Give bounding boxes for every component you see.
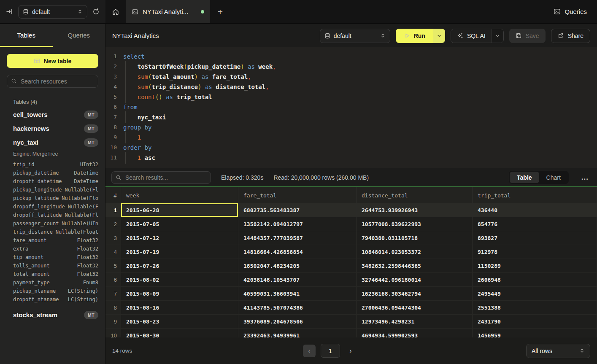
sql-ai-options-button[interactable] (492, 29, 503, 43)
table-cell[interactable]: 854776 (473, 217, 597, 231)
share-button[interactable]: Share (551, 29, 590, 43)
table-cell[interactable]: 2431790 (473, 315, 597, 328)
table-cell[interactable]: 39376089.204678506 (238, 315, 357, 328)
sidebar-tab-tables[interactable]: Tables (0, 24, 53, 47)
results-header-row: #weekfare_totaldistance_totaltrip_total (105, 187, 597, 203)
table-cell[interactable]: 4694934.599902593 (357, 329, 473, 337)
table-item[interactable]: hackernewsMT (13, 121, 98, 135)
sql-ai-button[interactable]: SQL AI (451, 29, 492, 43)
table-row[interactable]: 42015-07-1914816664.42685885410848014.02… (105, 245, 597, 259)
next-page-button[interactable]: › (345, 345, 356, 357)
column-item: dropoff_longitudeNullable(F (13, 202, 98, 211)
table-cell[interactable]: 436440 (473, 203, 597, 217)
run-options-button[interactable] (433, 29, 445, 43)
table-cell[interactable]: 32746442.096180014 (357, 273, 473, 286)
column-item: trip_idUInt32 (13, 160, 98, 169)
table-row[interactable]: 32015-07-1214484357.7770395877940380.031… (105, 231, 597, 245)
table-cell[interactable]: 42038148.10543707 (238, 273, 357, 286)
table-cell[interactable]: 2644753.939926943 (357, 203, 473, 217)
column-name: pickup_longitude (13, 187, 62, 193)
row-number: 2 (105, 217, 121, 231)
run-label: Run (414, 32, 425, 39)
table-cell[interactable]: 1456959 (473, 329, 597, 337)
table-cell[interactable]: 6802735.563483387 (238, 203, 357, 217)
table-cell[interactable]: 2495449 (473, 287, 597, 300)
sql-editor[interactable]: 1select2 toStartOfWeek(pickup_datetime) … (105, 47, 597, 168)
table-cell[interactable]: 1150289 (473, 259, 597, 272)
table-row[interactable]: 92015-08-2339376089.20467850612973496.42… (105, 315, 597, 329)
table-cell[interactable]: 2015-08-30 (121, 329, 238, 337)
save-icon (516, 32, 522, 39)
editor-line: 6from (105, 102, 597, 112)
table-cell[interactable]: 2015-06-28 (121, 203, 238, 217)
table-item[interactable]: stocks_streamMT (13, 308, 98, 322)
table-cell[interactable]: 10577008.839622993 (357, 217, 473, 231)
table-cell[interactable]: 27006436.094474304 (357, 301, 473, 314)
database-selector[interactable]: default (18, 5, 87, 19)
queries-icon (554, 8, 561, 15)
table-cell[interactable]: 2015-08-02 (121, 273, 238, 286)
new-table-button[interactable]: New table (7, 54, 98, 68)
sidebar-tab-queries[interactable]: Queries (53, 24, 105, 47)
results-search-input[interactable] (111, 171, 211, 184)
column-name: payment_type (13, 280, 50, 286)
view-tab-chart[interactable]: Chart (539, 172, 568, 183)
table-cell[interactable]: 41143785.507074386 (238, 301, 357, 314)
table-row[interactable]: 62015-08-0242038148.1054370732746442.096… (105, 273, 597, 287)
table-cell[interactable]: 7940380.031105718 (357, 231, 473, 245)
line-number: 10 (105, 143, 117, 153)
previous-page-button[interactable]: ‹ (303, 345, 316, 357)
table-cell[interactable]: 23392463.94939961 (238, 329, 357, 337)
table-item[interactable]: nyc_taxiMT (13, 135, 98, 149)
view-tab-table[interactable]: Table (510, 172, 539, 183)
row-number: 1 (105, 203, 121, 217)
run-button[interactable]: Run (396, 29, 433, 43)
sidebar-search-input[interactable] (7, 75, 98, 88)
table-cell[interactable]: 912978 (473, 245, 597, 259)
table-row[interactable]: 72015-08-0940599031.3660394116236168.303… (105, 287, 597, 301)
table-cell[interactable]: 2015-07-19 (121, 245, 238, 259)
column-item: pickup_latitudeNullable(Flo (13, 194, 98, 202)
table-row[interactable]: 52015-07-2618502047.482342053482632.2598… (105, 259, 597, 273)
table-cell[interactable]: 2551388 (473, 301, 597, 314)
column-item: total_amountFloat32 (13, 270, 98, 278)
table-cell[interactable]: 3482632.2598446365 (357, 259, 473, 272)
table-cell[interactable]: 12973496.4298231 (357, 315, 473, 328)
table-cell[interactable]: 2015-08-23 (121, 315, 238, 328)
query-database-selector[interactable]: default (320, 29, 390, 43)
tab-nytaxi-analytics[interactable]: NYTaxi Analyti... (126, 0, 210, 23)
home-button[interactable] (105, 0, 126, 23)
table-row[interactable]: 12015-06-286802735.5634833872644753.9399… (105, 203, 597, 217)
table-item[interactable]: cell_towersMT (13, 108, 98, 121)
page-size-selector[interactable]: All rows (526, 344, 590, 358)
table-row[interactable]: 82015-08-1641143785.50707438627006436.09… (105, 301, 597, 315)
table-row[interactable]: 22015-07-0513582142.09401279710577008.83… (105, 217, 597, 231)
save-button[interactable]: Save (509, 29, 546, 43)
table-cell[interactable]: 893827 (473, 231, 597, 245)
queries-button[interactable]: Queries (543, 0, 597, 23)
table-cell[interactable]: 40599031.36603941 (238, 287, 357, 300)
sidebar: TablesQueries New table Tables (4) cell_… (0, 24, 105, 364)
table-engine-label: Engine: MergeTree (13, 149, 98, 159)
refresh-icon[interactable] (92, 8, 100, 15)
table-cell[interactable]: 2015-07-12 (121, 231, 238, 245)
editor-line: 11 1 asc (105, 153, 597, 163)
table-cell[interactable]: 14484357.777039587 (238, 231, 357, 245)
table-cell[interactable]: 2015-07-05 (121, 217, 238, 231)
view-toggle: TableChart (509, 171, 569, 184)
table-cell[interactable]: 14816664.426858854 (238, 245, 357, 259)
table-cell[interactable]: 18502047.48234205 (238, 259, 357, 272)
current-page-button[interactable]: 1 (321, 344, 340, 358)
table-cell[interactable]: 2015-07-26 (121, 259, 238, 272)
table-cell[interactable]: 10848014.023053372 (357, 245, 473, 259)
table-cell[interactable]: 2015-08-16 (121, 301, 238, 314)
collapse-sidebar-icon[interactable] (6, 8, 13, 15)
table-cell[interactable]: 16236168.303462794 (357, 287, 473, 300)
more-options-button[interactable]: ... (579, 173, 591, 182)
table-cell[interactable]: 2015-08-09 (121, 287, 238, 300)
new-tab-button[interactable]: + (210, 0, 230, 23)
table-cell[interactable]: 2606948 (473, 273, 597, 286)
table-cell[interactable]: 13582142.094012797 (238, 217, 357, 231)
query-actions: default Run (320, 29, 590, 43)
table-row[interactable]: 102015-08-3023392463.949399614694934.599… (105, 329, 597, 337)
